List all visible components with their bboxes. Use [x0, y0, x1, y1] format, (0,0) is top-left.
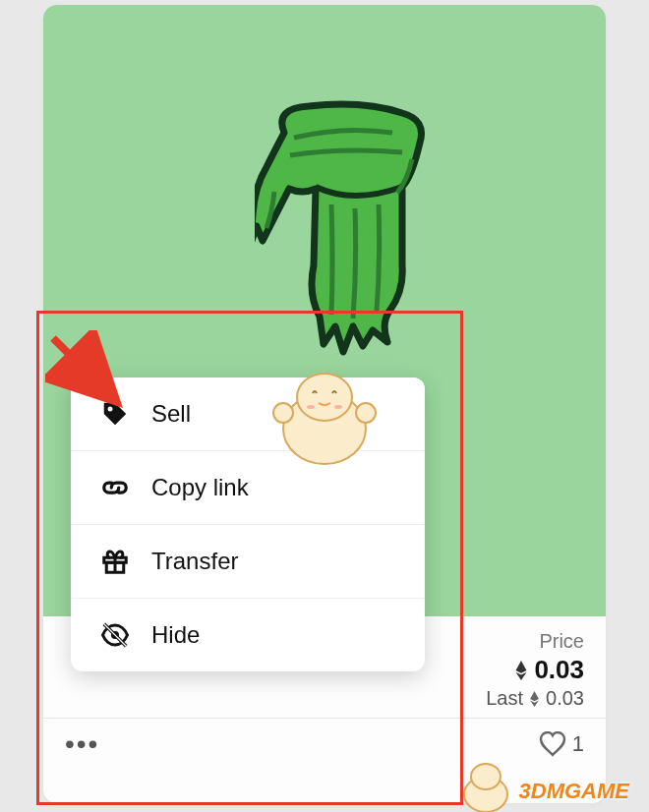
menu-item-label: Copy link: [151, 474, 249, 501]
last-row: Last 0.03: [486, 687, 584, 710]
price-label: Price: [539, 630, 584, 653]
menu-item-sell[interactable]: Sell: [71, 377, 425, 450]
menu-item-label: Hide: [151, 621, 200, 649]
like-button[interactable]: 1: [539, 731, 584, 757]
menu-item-label: Sell: [151, 400, 191, 428]
menu-item-label: Transfer: [151, 548, 238, 575]
more-button[interactable]: •••: [65, 728, 99, 760]
price-row: 0.03: [514, 655, 584, 685]
last-value: 0.03: [546, 687, 584, 710]
gift-icon: [100, 547, 130, 576]
link-icon: [100, 473, 130, 502]
menu-item-hide[interactable]: Hide: [71, 598, 425, 671]
menu-item-transfer[interactable]: Transfer: [71, 524, 425, 598]
eth-icon: [529, 691, 540, 707]
svg-point-1: [108, 407, 113, 412]
tag-icon: [100, 399, 130, 429]
eye-off-icon: [100, 620, 130, 650]
menu-item-copy-link[interactable]: Copy link: [71, 450, 425, 524]
nft-image-scarf: [255, 98, 451, 393]
watermark-text: 3DMGAME: [519, 779, 629, 804]
context-menu: Sell Copy link Transfer Hide: [71, 377, 425, 671]
heart-icon: [539, 731, 566, 757]
eth-icon: [514, 661, 528, 680]
last-label: Last: [486, 687, 523, 710]
card-footer: ••• 1: [43, 718, 606, 774]
price-value: 0.03: [534, 655, 584, 685]
like-count: 1: [572, 731, 584, 757]
